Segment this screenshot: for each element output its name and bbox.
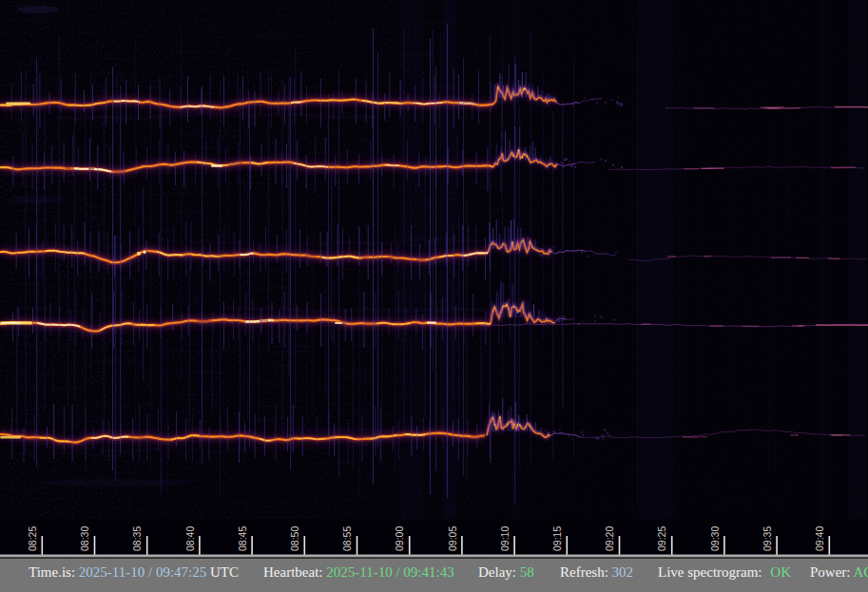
svg-text:08:40: 08:40 xyxy=(184,526,196,551)
svg-text:09:25: 09:25 xyxy=(656,526,667,551)
svg-text:08:30: 08:30 xyxy=(79,526,90,551)
svg-text:09:40: 09:40 xyxy=(814,526,825,551)
svg-text:08:55: 08:55 xyxy=(341,526,353,551)
svg-text:08:35: 08:35 xyxy=(131,526,143,551)
svg-text:08:50: 08:50 xyxy=(289,526,300,551)
svg-text:09:00: 09:00 xyxy=(394,526,405,551)
svg-text:09:35: 09:35 xyxy=(762,526,773,551)
svg-text:09:10: 09:10 xyxy=(499,526,511,551)
svg-text:09:05: 09:05 xyxy=(447,526,458,551)
svg-text:09:20: 09:20 xyxy=(604,526,615,551)
svg-text:09:30: 09:30 xyxy=(709,526,721,551)
svg-text:08:25: 08:25 xyxy=(27,526,38,551)
svg-text:09:15: 09:15 xyxy=(551,526,563,551)
svg-text:08:45: 08:45 xyxy=(237,526,248,551)
